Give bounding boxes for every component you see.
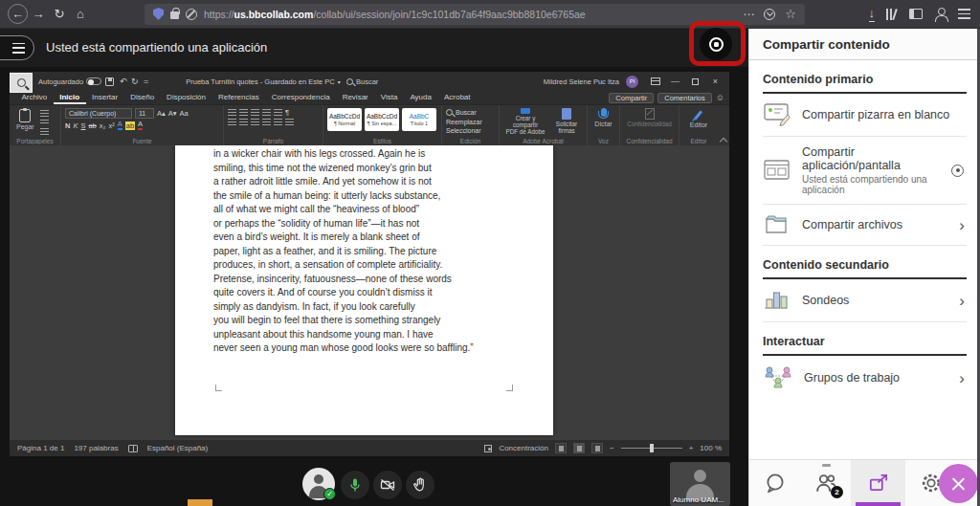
shrink-font-icon[interactable]: A▾ — [168, 109, 177, 118]
word-search-box[interactable]: Buscar — [346, 72, 378, 91]
pilcrow-icon[interactable]: ¶ — [285, 108, 289, 117]
borders-icon[interactable] — [285, 119, 294, 125]
tab-diseno[interactable]: Diseño — [124, 91, 161, 104]
proofing-icon[interactable] — [128, 445, 138, 452]
focus-mode-label[interactable]: Concentración — [499, 444, 548, 452]
chat-tab[interactable] — [749, 460, 800, 506]
numbering-icon[interactable] — [239, 109, 248, 116]
style-heading1[interactable]: AaBbC Título 1 — [402, 108, 436, 131]
tab-referencias[interactable]: Referencias — [212, 91, 266, 104]
tab-correspondencia[interactable]: Correspondencia — [265, 91, 336, 104]
restore-icon[interactable] — [692, 72, 699, 91]
read-mode-icon[interactable] — [555, 443, 567, 453]
home-icon[interactable]: ⌂ — [70, 4, 91, 25]
collapse-panel-button[interactable] — [939, 464, 978, 503]
browser-menu-icon[interactable] — [958, 9, 970, 19]
account-avatar[interactable]: PI — [626, 72, 638, 91]
strikethrough-button[interactable]: ab — [88, 121, 96, 130]
line-spacing-icon[interactable] — [274, 119, 282, 125]
camera-button[interactable] — [373, 471, 402, 499]
align-left-icon[interactable] — [228, 119, 236, 125]
grow-font-icon[interactable]: A▴ — [157, 109, 166, 118]
web-layout-icon[interactable] — [591, 443, 603, 453]
replace-button[interactable]: Reemplazar — [446, 118, 495, 126]
autosave-toggle[interactable]: Autoguardado — [38, 72, 101, 91]
lock-icon[interactable] — [170, 11, 179, 19]
change-case-icon[interactable]: Aa — [180, 109, 189, 118]
dictate-button[interactable]: Dictar — [594, 108, 612, 135]
style-no-spacing[interactable]: AaBbCcDd ¶ Sin espa... — [365, 108, 399, 131]
bold-button[interactable]: N — [65, 121, 70, 130]
tab-ayuda[interactable]: Ayuda — [404, 91, 438, 104]
select-button[interactable]: Seleccionar — [446, 126, 495, 135]
zoom-out-icon[interactable]: − — [610, 444, 614, 452]
back-icon[interactable]: ← — [8, 4, 28, 24]
tab-vista[interactable]: Vista — [374, 91, 404, 104]
subscript-button[interactable]: x₂ — [100, 121, 106, 130]
library-icon[interactable] — [886, 9, 898, 20]
zoom-level[interactable]: 100 % — [700, 444, 722, 452]
style-normal[interactable]: AaBbCcDd ¶ Normal — [327, 108, 362, 131]
tab-inicio[interactable]: Inicio — [54, 91, 86, 104]
close-icon[interactable]: × — [713, 72, 718, 91]
italic-button[interactable]: K — [73, 121, 78, 130]
polls-row[interactable]: Sondeos › — [763, 279, 967, 322]
zoom-slider[interactable] — [621, 448, 682, 449]
comments-button[interactable]: Comentarios — [657, 93, 712, 103]
minimize-icon[interactable]: — — [671, 72, 679, 91]
downloads-icon[interactable]: ↓ — [869, 7, 876, 22]
justify-icon[interactable] — [262, 119, 271, 125]
sidebar-icon[interactable] — [909, 9, 923, 19]
feedback-smiley-icon[interactable]: ☺ — [716, 93, 724, 102]
reload-icon[interactable]: ↻ — [49, 4, 70, 25]
text-effects-button[interactable]: A — [118, 121, 122, 130]
stop-sharing-small-icon[interactable] — [951, 165, 964, 177]
multilevel-list-icon[interactable] — [251, 109, 259, 116]
forward-icon[interactable]: → — [28, 4, 49, 25]
title-caret-icon[interactable]: ▾ — [338, 78, 341, 85]
superscript-button[interactable]: x² — [108, 121, 114, 130]
self-view-thumbnail[interactable]: Alumno UAM... — [670, 462, 730, 506]
share-content-tab[interactable] — [851, 460, 905, 506]
tab-disposicion[interactable]: Disposición — [161, 91, 212, 104]
font-name-select[interactable]: Calibri (Cuerpo) — [65, 108, 132, 119]
account-icon[interactable] — [934, 8, 947, 20]
sensitivity-button[interactable]: Confidencialidad — [627, 108, 672, 135]
share-whiteboard-row[interactable]: Compartir pizarra en blanco — [763, 94, 967, 137]
bookmark-star-icon[interactable]: ☆ — [785, 4, 796, 25]
tab-acrobat[interactable]: Acrobat — [437, 91, 477, 104]
participants-tab[interactable]: 2 — [800, 460, 851, 506]
decrease-indent-icon[interactable] — [262, 109, 271, 116]
increase-indent-icon[interactable] — [274, 109, 282, 116]
font-size-select[interactable]: 11 — [135, 108, 154, 119]
find-button[interactable]: Buscar — [446, 108, 495, 117]
share-screen-row[interactable]: Compartir aplicación/pantalla Usted está… — [763, 137, 967, 205]
ribbon-display-options-icon[interactable] — [651, 72, 660, 91]
request-signatures-button[interactable]: Solicitar firmas — [550, 108, 583, 135]
raise-hand-button[interactable] — [406, 471, 434, 499]
quick-access-icon[interactable]: = — [144, 72, 148, 91]
word-count[interactable]: 197 palabras — [74, 444, 118, 452]
editor-button[interactable]: Editor — [690, 108, 707, 135]
bullets-icon[interactable] — [228, 109, 236, 116]
document-page[interactable]: in a wicker chair with his legs crossed.… — [175, 145, 553, 435]
shared-view-zoom-button[interactable] — [10, 73, 33, 93]
zoom-slider-knob[interactable] — [650, 444, 654, 452]
focus-mode-icon[interactable] — [484, 445, 492, 452]
cut-icon[interactable] — [40, 110, 49, 117]
print-layout-icon[interactable] — [573, 443, 585, 453]
font-color-button[interactable]: A — [138, 121, 143, 130]
microphone-button[interactable] — [341, 471, 369, 499]
paste-button[interactable]: Pegar — [13, 108, 37, 135]
clipboard-mini-buttons[interactable] — [40, 108, 49, 135]
format-painter-icon[interactable] — [40, 128, 49, 135]
pocket-icon[interactable] — [764, 9, 775, 20]
page-actions-icon[interactable]: ⋯ — [743, 4, 754, 25]
save-icon[interactable] — [105, 72, 114, 91]
site-permission-icon[interactable] — [186, 9, 197, 20]
tracking-protection-icon[interactable] — [153, 8, 164, 20]
align-right-icon[interactable] — [251, 119, 259, 125]
tab-insertar[interactable]: Insertar — [86, 91, 124, 104]
share-files-row[interactable]: Compartir archivos › — [763, 205, 967, 246]
session-menu-button[interactable] — [0, 35, 34, 60]
